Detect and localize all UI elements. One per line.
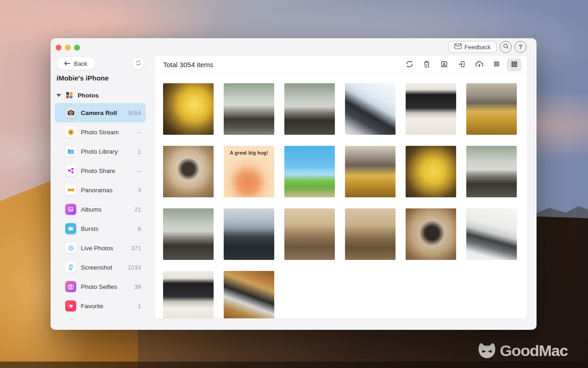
macbook-white-desk-photo[interactable]: [466, 208, 517, 260]
sidebar-item-favorite[interactable]: Favorite1: [55, 296, 146, 316]
trash-button[interactable]: [419, 58, 434, 71]
hand-iphone-homescreen-photo[interactable]: [284, 208, 335, 260]
list-view-icon: [492, 60, 501, 69]
sidebar-section-label: Photos: [78, 92, 99, 99]
sidebar-item-label: Photo Selfies: [81, 283, 118, 290]
envelope-icon: [454, 43, 462, 51]
close-window-button[interactable]: [56, 45, 62, 51]
sidebar-item-label: Photo Library: [81, 148, 118, 155]
back-label: Back: [74, 60, 87, 67]
refresh-button[interactable]: [402, 58, 417, 71]
golden-field-tree-photo[interactable]: [466, 83, 517, 135]
sidebar-item-label: Favorite: [81, 303, 103, 310]
sidebar-item-count: 1033: [128, 264, 141, 271]
content-header: Total 3054 items: [155, 56, 527, 74]
sidebar-item-photo-share[interactable]: Photo Share--: [55, 161, 146, 180]
iphone-on-table-photo[interactable]: [224, 208, 274, 260]
macbook-screen-photo[interactable]: [345, 83, 396, 135]
upload-to-cloud-button[interactable]: [472, 58, 486, 71]
back-arrow-icon: [64, 60, 71, 67]
minimize-window-button[interactable]: [65, 45, 71, 51]
sidebar-item-albums[interactable]: Albums21: [55, 200, 146, 219]
photo-library-icon: [65, 146, 76, 157]
hug-card-photo[interactable]: A great big hug!: [224, 146, 274, 197]
search-icon: [503, 43, 509, 51]
camera-roll-icon: [65, 107, 76, 118]
trash-icon: [423, 60, 431, 70]
goodmac-brand-text: GoodMac: [500, 342, 568, 360]
wallpaper-shadow-band: [0, 362, 588, 368]
grid-view-icon: [510, 60, 518, 69]
sidebar-item-photo-stream[interactable]: Photo Stream--: [55, 122, 146, 142]
sidebar-item-count: 3: [138, 187, 141, 194]
sidebar-item-count: --: [137, 129, 141, 136]
save-to-computer-button[interactable]: [437, 58, 452, 71]
sidebar-item-live-photos[interactable]: Live Photos371: [55, 238, 146, 258]
help-button[interactable]: ?: [514, 41, 526, 53]
sidebar-item-count: 1: [138, 303, 141, 310]
refresh-icon: [135, 60, 141, 68]
minions-photo[interactable]: [406, 146, 456, 197]
sidebar-item-label: Camera Roll: [81, 109, 117, 116]
cafe-window-person-photo[interactable]: [466, 146, 517, 197]
panoramas-icon: [65, 184, 76, 196]
sidebar-item-bursts[interactable]: Bursts6: [55, 219, 146, 238]
app-window: Feedback ? Back: [51, 38, 537, 330]
favorite-icon: [65, 300, 76, 311]
bursts-icon: [65, 223, 76, 234]
zoom-window-button[interactable]: [74, 45, 80, 51]
content-panel: Total 3054 items A great big hug!: [155, 56, 527, 318]
photo-stream-icon: [65, 126, 76, 138]
sidebar-item-label: Live Photos: [81, 245, 113, 252]
sidebar-item-label: Bursts: [81, 225, 98, 232]
hand-iphone-homescreen-photo[interactable]: [345, 208, 396, 260]
help-icon: ?: [519, 43, 523, 51]
minions-photo[interactable]: [163, 83, 214, 135]
albums-icon: [65, 204, 76, 215]
field-tree-clouds-photo[interactable]: [345, 146, 396, 197]
sidebar-item-label: Photo Stream: [81, 129, 119, 136]
imac-desk-photo[interactable]: [163, 271, 214, 318]
save-to-computer-icon: [440, 60, 449, 70]
thumbnail-caption: A great big hug!: [224, 150, 274, 155]
send-to-device-button[interactable]: [454, 58, 469, 71]
upload-to-cloud-icon: [475, 60, 484, 70]
traffic-lights: [56, 45, 80, 51]
macbook-coffee-wood-photo[interactable]: [224, 271, 274, 318]
sidebar-section-photos[interactable]: Photos: [57, 89, 99, 101]
cafe-window-person-photo[interactable]: [224, 83, 274, 135]
hand-phone-sunset-photo[interactable]: [163, 146, 214, 197]
sidebar-item-count: 21: [135, 206, 141, 213]
sidebar-item-photo-selfies[interactable]: Photo Selfies39: [55, 277, 146, 296]
hand-phone-sunset-photo[interactable]: [406, 208, 456, 260]
cafe-window-person-photo[interactable]: [284, 83, 335, 135]
photos-app-icon: [65, 91, 74, 100]
back-button[interactable]: Back: [57, 57, 95, 70]
disclosure-triangle-icon[interactable]: [57, 94, 61, 97]
list-view-button[interactable]: [489, 58, 504, 71]
refresh-icon: [405, 60, 414, 70]
sidebar-item-count: 1: [138, 148, 141, 155]
live-photos-icon: [65, 242, 76, 253]
search-button[interactable]: [500, 41, 512, 53]
sidebar-item-count: 371: [131, 245, 141, 252]
photo-grid: A great big hug!: [155, 74, 527, 318]
grid-view-button[interactable]: [507, 58, 521, 71]
sidebar-item-count: 3054: [128, 109, 141, 116]
goodmac-mask-icon: [477, 341, 497, 360]
content-toolbar: [402, 58, 521, 71]
sidebar-item-count: 6: [138, 225, 141, 232]
sidebar-item-camera-roll[interactable]: Camera Roll3054: [55, 103, 146, 122]
sidebar-refresh-button[interactable]: [132, 58, 144, 69]
imac-desk-photo[interactable]: [406, 83, 456, 135]
sidebar-item-panoramas[interactable]: Panoramas3: [55, 180, 146, 200]
cafe-window-person-photo[interactable]: [163, 208, 214, 260]
sidebar-item-screenshot[interactable]: Screenshot1033: [55, 258, 146, 277]
snoopy-charlie-photo[interactable]: [284, 146, 335, 197]
sidebar-item-photo-library[interactable]: Photo Library1: [55, 142, 146, 161]
desktop: GoodMac Feedback ?: [0, 0, 588, 368]
device-name: iMobie's iPhone: [57, 74, 109, 82]
feedback-label: Feedback: [464, 44, 491, 51]
sidebar-item-count: 39: [135, 283, 141, 290]
feedback-button[interactable]: Feedback: [448, 41, 497, 53]
